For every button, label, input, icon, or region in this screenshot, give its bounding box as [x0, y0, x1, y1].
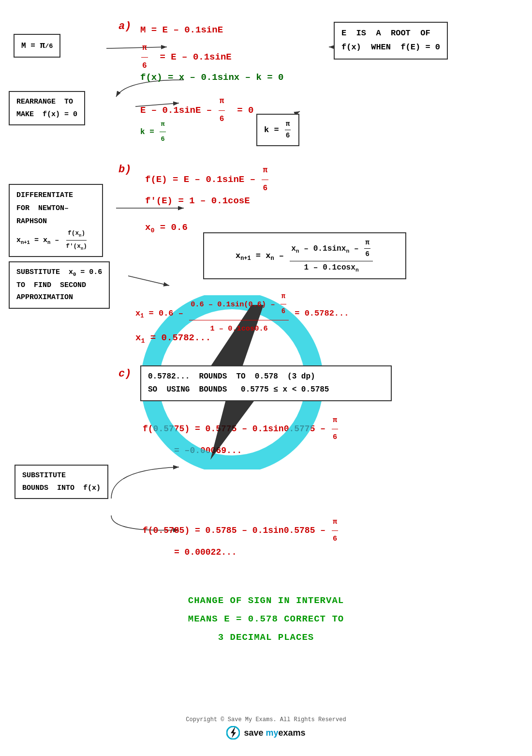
eq-b5: x1 = 0.5782...: [135, 333, 211, 343]
box-rearrange: REARRANGE TOMAKE f(x) = 0: [9, 91, 85, 125]
part-b-label: b): [118, 164, 131, 176]
part-a-label: a): [118, 20, 131, 32]
conclusion-1: CHANGE OF SIGN IN INTERVAL: [77, 591, 455, 610]
eq-a2: π6 = E – 0.1sinE: [140, 52, 232, 62]
svg-marker-11: [231, 727, 236, 738]
copyright-text: Copyright © Save My Exams. All Rights Re…: [0, 716, 532, 723]
box-substitute-x0: SUBSTITUTE x0 = 0.6 TO FIND SECOND APPRO…: [9, 261, 110, 309]
eq-c3: f(0.5785) = 0.5785 – 0.1sin0.5785 – π6: [143, 526, 339, 535]
eq-b4: x1 = 0.6 – 0.6 – 0.1sin(0.6) – π6 1 – 0.…: [135, 309, 349, 318]
box-m-pi6: M = π/6: [14, 34, 60, 58]
brand-logo-icon: [226, 726, 240, 740]
part-c-label: c): [118, 368, 131, 380]
box-substitute-bounds: SUBSTITUTEBOUNDS INTO f(x): [15, 465, 108, 499]
conclusion-2: MEANS E = 0.578 CORRECT TO: [77, 610, 455, 628]
eq-b1: f(E) = E – 0.1sinE – π6: [145, 174, 269, 185]
eq-b3: x0 = 0.6: [145, 222, 188, 233]
conclusion-3: 3 DECIMAL PLACES: [77, 628, 455, 647]
box-k-pi6: k = π6: [256, 114, 299, 146]
eq-a1: M = E – 0.1sinE: [140, 25, 223, 35]
box-e-is-root: E IS A ROOT OF f(x) WHEN f(E) = 0: [334, 22, 448, 60]
eq-a3: f(x) = x – 0.1sinx – k = 0: [140, 72, 283, 83]
eq-b2: f′(E) = 1 – 0.1cosE: [145, 196, 250, 206]
box-newton-formula: xn+1 = xn – xn – 0.1sinxn – π6 1 – 0.1co…: [203, 232, 406, 279]
box-bounds-info: 0.5782... ROUNDS TO 0.578 (3 dp) SO USIN…: [140, 365, 392, 401]
eq-a5: k = π6: [140, 128, 167, 136]
brand-name: save myexams: [244, 728, 305, 738]
eq-c4: = 0.00022...: [174, 547, 237, 557]
svg-line-7: [128, 276, 169, 286]
box-differentiate: DIFFERENTIATE FOR NEWTON– RAPHSON xn+1 =…: [9, 184, 103, 257]
eq-a4: E – 0.1sinE – π6 = 0: [140, 105, 253, 116]
